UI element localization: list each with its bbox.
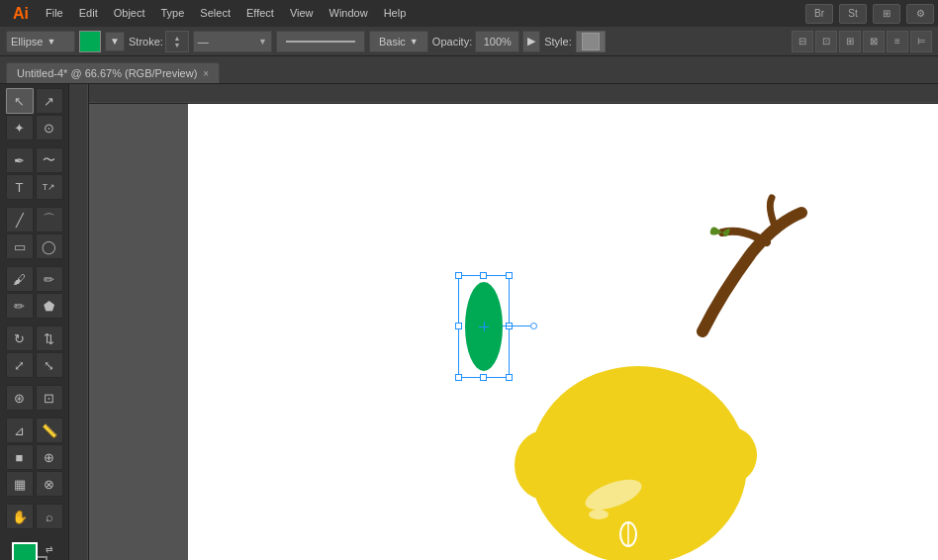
svg-point-9 bbox=[589, 510, 609, 519]
tool-pencil[interactable]: ✏ bbox=[6, 293, 34, 319]
ruler-left bbox=[69, 84, 89, 560]
handle-top-center[interactable] bbox=[480, 272, 487, 279]
tool-direct-select[interactable]: ↗ bbox=[36, 88, 63, 114]
lemon-stem bbox=[623, 193, 821, 351]
menu-type[interactable]: Type bbox=[153, 0, 193, 27]
document-tab[interactable]: Untitled-4* @ 66.67% (RGB/Preview) × bbox=[6, 62, 220, 83]
foreground-color-swatch[interactable] bbox=[12, 542, 38, 560]
tool-lasso[interactable]: ⊙ bbox=[36, 115, 63, 140]
menu-bar: Ai File Edit Object Type Select Effect V… bbox=[0, 0, 938, 27]
handle-bot-center[interactable] bbox=[480, 374, 487, 381]
tool-chart[interactable]: ▦ bbox=[6, 471, 34, 497]
tool-curvature[interactable]: 〜 bbox=[36, 147, 63, 173]
align-icon-2[interactable]: ⊡ bbox=[815, 31, 837, 52]
toolbox: ↖ ↗ ✦ ⊙ ✒ 〜 T T↗ ╱ ⌒ ▭ ◯ bbox=[0, 84, 69, 560]
ellipse-shape[interactable] bbox=[465, 282, 503, 371]
menu-select[interactable]: Select bbox=[192, 0, 238, 27]
line-style-box[interactable] bbox=[276, 31, 365, 52]
menu-view[interactable]: View bbox=[282, 0, 322, 27]
tool-warp[interactable]: ⊛ bbox=[6, 385, 34, 411]
tool-magic-wand[interactable]: ✦ bbox=[6, 115, 34, 140]
tool-measure[interactable]: 📏 bbox=[36, 418, 63, 443]
fill-options[interactable]: ▼ bbox=[105, 32, 125, 51]
handle-top-left[interactable] bbox=[455, 272, 462, 279]
align-icon-3[interactable]: ⊞ bbox=[839, 31, 861, 52]
tool-paintbrush[interactable]: 🖌 bbox=[6, 266, 34, 292]
svg-point-7 bbox=[707, 427, 757, 483]
tool-select[interactable]: ↖ bbox=[6, 88, 34, 114]
menu-edit[interactable]: Edit bbox=[71, 0, 106, 27]
app-logo: Ai bbox=[4, 5, 38, 23]
stock-icon[interactable]: St bbox=[839, 4, 867, 24]
stroke-spinner[interactable]: ▲ ▼ bbox=[165, 31, 189, 52]
tab-close-button[interactable]: × bbox=[203, 68, 209, 79]
tool-blob-brush[interactable]: ✏ bbox=[36, 266, 63, 292]
tool-reflect[interactable]: ⇅ bbox=[36, 326, 63, 351]
artboard bbox=[188, 104, 938, 560]
tab-bar: Untitled-4* @ 66.67% (RGB/Preview) × bbox=[0, 56, 938, 84]
align-group: ⊟ ⊡ ⊞ ⊠ ≡ ⊨ bbox=[792, 31, 932, 52]
tool-eyedropper[interactable]: ⊿ bbox=[6, 418, 34, 443]
tool-symbol[interactable]: ⊗ bbox=[36, 471, 63, 497]
svg-point-6 bbox=[515, 430, 574, 500]
workspace-icon[interactable]: ⊞ bbox=[873, 4, 900, 24]
svg-rect-3 bbox=[69, 84, 89, 560]
extend-line bbox=[503, 326, 530, 327]
tool-touch-type[interactable]: T↗ bbox=[36, 174, 63, 200]
fill-swatch[interactable] bbox=[79, 31, 101, 52]
align-icon-1[interactable]: ⊟ bbox=[792, 31, 813, 52]
tool-pen[interactable]: ✒ bbox=[6, 147, 34, 173]
handle-bot-left[interactable] bbox=[455, 374, 462, 381]
tool-ellipse[interactable]: ◯ bbox=[36, 233, 63, 259]
right-icon-group: Br St ⊞ ⚙ bbox=[805, 4, 934, 24]
menu-effect[interactable]: Effect bbox=[238, 0, 282, 27]
handle-bot-right[interactable] bbox=[506, 374, 513, 381]
align-icon-6[interactable]: ⊨ bbox=[910, 31, 932, 52]
control-toolbar: Ellipse ▼ ▼ Stroke: ▲ ▼ — ▼ Basic ▼ Opac… bbox=[0, 27, 938, 56]
extend-handle[interactable] bbox=[530, 323, 537, 329]
profile-dropdown[interactable]: Basic ▼ bbox=[369, 31, 428, 52]
tab-title: Untitled-4* @ 66.67% (RGB/Preview) bbox=[17, 67, 197, 79]
tool-shear[interactable]: ⤡ bbox=[36, 352, 63, 378]
style-swatch[interactable] bbox=[576, 31, 606, 52]
opacity-value[interactable]: 100% bbox=[475, 31, 519, 52]
swap-colors-icon[interactable]: ⇄ bbox=[46, 544, 55, 554]
menu-items: File Edit Object Type Select Effect View… bbox=[38, 0, 414, 27]
tool-arc[interactable]: ⌒ bbox=[36, 207, 63, 233]
tool-rect[interactable]: ▭ bbox=[6, 233, 34, 259]
tool-line[interactable]: ╱ bbox=[6, 207, 34, 233]
tool-scale[interactable]: ⤢ bbox=[6, 352, 34, 378]
menu-window[interactable]: Window bbox=[322, 0, 376, 27]
shape-dropdown[interactable]: Ellipse ▼ bbox=[6, 31, 75, 52]
search-icon[interactable]: ⚙ bbox=[906, 4, 934, 24]
menu-help[interactable]: Help bbox=[376, 0, 415, 27]
ruler-top bbox=[89, 84, 938, 104]
color-area: ⇄ ■ ⊘ bbox=[2, 540, 66, 560]
align-icon-5[interactable]: ≡ bbox=[887, 31, 908, 52]
svg-rect-1 bbox=[89, 84, 938, 104]
menu-object[interactable]: Object bbox=[106, 0, 153, 27]
stroke-weight-dropdown[interactable]: — ▼ bbox=[193, 31, 272, 52]
tool-rotate[interactable]: ↻ bbox=[6, 326, 34, 351]
opacity-controls: Opacity: 100% ▶ bbox=[432, 31, 540, 52]
opacity-expand[interactable]: ▶ bbox=[522, 31, 540, 52]
tool-hand[interactable]: ✋ bbox=[6, 504, 34, 529]
tool-shaper[interactable]: ⬟ bbox=[36, 293, 63, 319]
handle-mid-left[interactable] bbox=[455, 323, 462, 329]
tool-gradient[interactable]: ■ bbox=[6, 444, 34, 470]
handle-top-right[interactable] bbox=[506, 272, 513, 279]
menu-file[interactable]: File bbox=[38, 0, 71, 27]
tool-zoom[interactable]: ⌕ bbox=[36, 504, 63, 529]
align-icon-4[interactable]: ⊠ bbox=[863, 31, 885, 52]
selected-ellipse-group[interactable] bbox=[465, 282, 503, 371]
tool-mesh[interactable]: ⊕ bbox=[36, 444, 63, 470]
stroke-controls: Stroke: ▲ ▼ bbox=[129, 31, 189, 52]
canvas-area bbox=[69, 84, 938, 560]
tool-type[interactable]: T bbox=[6, 174, 34, 200]
color-swatches: ⇄ bbox=[12, 542, 57, 560]
bridge-icon[interactable]: Br bbox=[805, 4, 833, 24]
tool-free-transform[interactable]: ⊡ bbox=[36, 385, 63, 411]
